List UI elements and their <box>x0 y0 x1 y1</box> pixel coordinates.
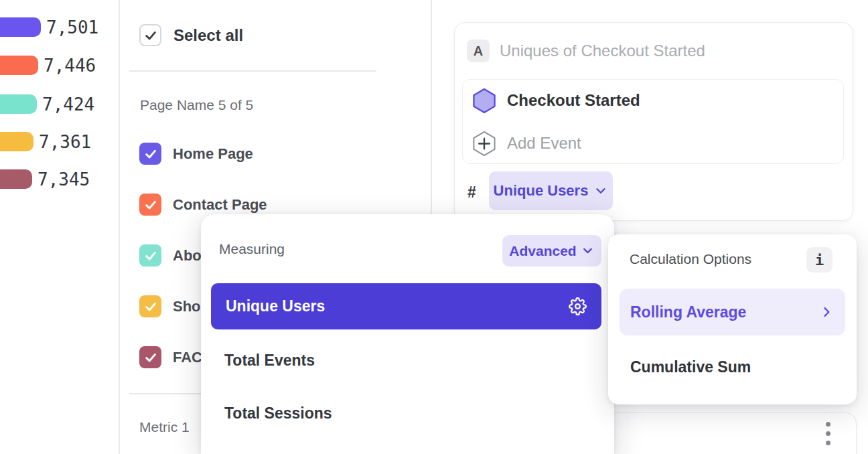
checkbox-label[interactable]: Abo <box>173 244 202 267</box>
legend-bar <box>0 56 38 75</box>
legend-row: 7,345 <box>0 169 90 189</box>
option-total-sessions[interactable]: Total Sessions <box>224 402 332 425</box>
panel-divider-left <box>119 0 120 454</box>
checkbox-label[interactable]: FAC <box>173 346 202 368</box>
legend-value: 7,446 <box>44 56 96 76</box>
checkbox-contact-page[interactable] <box>139 194 161 216</box>
event-name[interactable]: Checkout Started <box>507 89 640 112</box>
chevron-down-icon <box>581 244 595 258</box>
more-options-button[interactable] <box>826 422 830 445</box>
legend-value: 7,361 <box>39 132 91 152</box>
kebab-dot <box>826 431 830 436</box>
legend-bar <box>0 17 41 37</box>
calculation-options-title: Calculation Options <box>630 251 751 267</box>
option-unique-users-selected[interactable]: Unique Users <box>211 283 601 329</box>
add-event-button[interactable]: Add Event <box>507 132 581 155</box>
check-icon <box>143 248 158 263</box>
chevron-down-icon <box>593 183 608 198</box>
gear-icon[interactable] <box>569 297 587 315</box>
checkbox-label[interactable]: Sho <box>173 295 201 317</box>
series-name-input[interactable]: Uniques of Checkout Started <box>500 40 705 62</box>
option-total-events[interactable]: Total Events <box>224 349 315 372</box>
divider <box>129 70 376 72</box>
advanced-mode-dropdown[interactable]: Advanced <box>502 235 601 267</box>
checkbox-home-page[interactable] <box>139 143 161 165</box>
kebab-dot <box>826 422 830 427</box>
series-letter-badge: A <box>467 40 490 62</box>
legend-value: 7,501 <box>46 17 98 37</box>
legend-bar <box>0 169 32 189</box>
checkbox-label[interactable]: Home Page <box>173 143 253 165</box>
select-all-checkbox[interactable] <box>139 24 161 46</box>
select-all-label[interactable]: Select all <box>173 24 243 46</box>
measurement-prefix: # <box>467 181 476 204</box>
event-hexagon-icon <box>472 88 497 114</box>
check-icon <box>143 147 158 161</box>
measuring-title: Measuring <box>219 241 285 257</box>
option-label: Rolling Average <box>630 303 746 321</box>
checkbox-label[interactable]: Contact Page <box>173 194 267 216</box>
checkbox-about-page[interactable] <box>139 244 161 267</box>
legend-value: 7,345 <box>38 169 90 190</box>
kebab-dot <box>826 441 830 445</box>
check-icon <box>143 198 158 212</box>
option-rolling-average[interactable]: Rolling Average <box>620 289 845 335</box>
divider <box>129 393 203 394</box>
advanced-label: Advanced <box>509 243 576 259</box>
info-icon[interactable]: i <box>806 247 833 273</box>
measurement-dropdown-chip[interactable]: Unique Users <box>489 171 613 210</box>
option-label: Unique Users <box>226 297 325 315</box>
check-icon <box>143 350 158 365</box>
checkbox-faq-page[interactable] <box>139 346 161 368</box>
checkbox-shop-page[interactable] <box>139 295 161 317</box>
legend-row: 7,424 <box>0 94 94 114</box>
add-event-icon[interactable] <box>472 131 497 157</box>
legend-row: 7,501 <box>0 17 98 37</box>
option-cumulative-sum[interactable]: Cumulative Sum <box>630 356 751 378</box>
check-icon <box>143 299 158 314</box>
metric-label: Metric 1 <box>139 419 190 435</box>
legend-bar <box>0 132 33 151</box>
measurement-value: Unique Users <box>494 182 589 200</box>
legend-row: 7,446 <box>0 56 96 75</box>
legend-bar <box>0 94 37 114</box>
chevron-right-icon <box>820 305 833 319</box>
legend-value: 7,424 <box>42 94 94 115</box>
group-by-label: Page Name 5 of 5 <box>140 97 253 113</box>
check-icon <box>143 28 158 43</box>
legend-row: 7,361 <box>0 132 91 151</box>
